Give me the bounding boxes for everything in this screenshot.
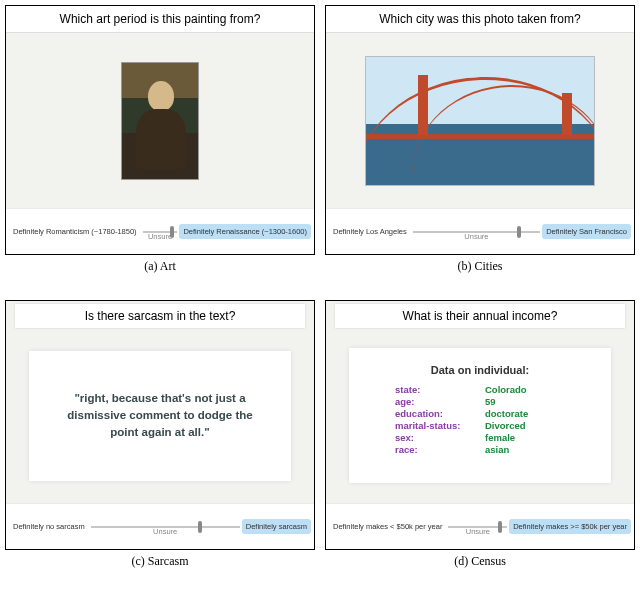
slider-thumb-sarcasm[interactable] (198, 521, 202, 533)
caption-sarcasm: (c) Sarcasm (132, 554, 189, 569)
cell-sarcasm: Is there sarcasm in the text? "right, be… (5, 300, 315, 585)
census-heading: Data on individual: (375, 364, 586, 376)
panel-census: What is their annual income? Data on ind… (325, 300, 635, 550)
content-census: Data on individual: state: Colorado age:… (326, 328, 634, 503)
slider-sarcasm[interactable]: Unsure (91, 513, 240, 541)
k-race: race: (395, 444, 485, 455)
slider-left-cities: Definitely Los Angeles (329, 224, 411, 239)
content-sarcasm: "right, because that's not just a dismis… (6, 328, 314, 503)
slider-row-cities: Definitely Los Angeles Unsure Definitely… (326, 208, 634, 254)
slider-art[interactable]: Unsure (143, 218, 178, 246)
sarcasm-card: "right, because that's not just a dismis… (29, 351, 292, 481)
content-art (6, 33, 314, 208)
caption-art: (a) Art (144, 259, 176, 274)
caption-cities: (b) Cities (458, 259, 503, 274)
question-cities: Which city was this photo taken from? (326, 6, 634, 33)
panel-sarcasm: Is there sarcasm in the text? "right, be… (5, 300, 315, 550)
unsure-sarcasm: Unsure (153, 527, 177, 536)
caption-census: (d) Census (454, 554, 506, 569)
k-marital: marital-status: (395, 420, 485, 431)
unsure-cities: Unsure (464, 232, 488, 241)
cell-art: Which art period is this painting from? … (5, 5, 315, 290)
v-marital: Divorced (485, 420, 565, 431)
k-age: age: (395, 396, 485, 407)
cell-census: What is their annual income? Data on ind… (325, 300, 635, 585)
unsure-art: Unsure (148, 232, 172, 241)
v-state: Colorado (485, 384, 565, 395)
photo-image (365, 56, 595, 186)
figure-grid: Which art period is this painting from? … (5, 5, 635, 585)
slider-right-art: Definitely Renaissance (~1300-1600) (179, 224, 311, 239)
slider-right-cities: Definitely San Francisco (542, 224, 631, 239)
content-cities (326, 33, 634, 208)
cell-cities: Which city was this photo taken from? De… (325, 5, 635, 290)
painting-image (121, 62, 199, 180)
unsure-census: Unsure (466, 527, 490, 536)
slider-right-census: Definitely makes >= $50k per year (509, 519, 631, 534)
slider-thumb-census[interactable] (498, 521, 502, 533)
slider-right-sarcasm: Definitely sarcasm (242, 519, 311, 534)
k-state: state: (395, 384, 485, 395)
question-art: Which art period is this painting from? (6, 6, 314, 33)
panel-art: Which art period is this painting from? … (5, 5, 315, 255)
slider-row-census: Definitely makes < $50k per year Unsure … (326, 503, 634, 549)
slider-census[interactable]: Unsure (448, 513, 507, 541)
k-education: education: (395, 408, 485, 419)
census-table: state: Colorado age: 59 education: docto… (395, 384, 565, 455)
slider-row-sarcasm: Definitely no sarcasm Unsure Definitely … (6, 503, 314, 549)
v-sex: female (485, 432, 565, 443)
v-age: 59 (485, 396, 565, 407)
sarcasm-quote: "right, because that's not just a dismis… (55, 390, 265, 440)
census-card: Data on individual: state: Colorado age:… (349, 348, 612, 483)
slider-cities[interactable]: Unsure (413, 218, 540, 246)
question-census: What is their annual income? (335, 304, 625, 328)
slider-thumb-cities[interactable] (517, 226, 521, 238)
slider-left-art: Definitely Romanticism (~1780-1850) (9, 224, 141, 239)
slider-left-census: Definitely makes < $50k per year (329, 519, 446, 534)
slider-row-art: Definitely Romanticism (~1780-1850) Unsu… (6, 208, 314, 254)
k-sex: sex: (395, 432, 485, 443)
v-education: doctorate (485, 408, 565, 419)
v-race: asian (485, 444, 565, 455)
slider-left-sarcasm: Definitely no sarcasm (9, 519, 89, 534)
question-sarcasm: Is there sarcasm in the text? (15, 304, 305, 328)
panel-cities: Which city was this photo taken from? De… (325, 5, 635, 255)
